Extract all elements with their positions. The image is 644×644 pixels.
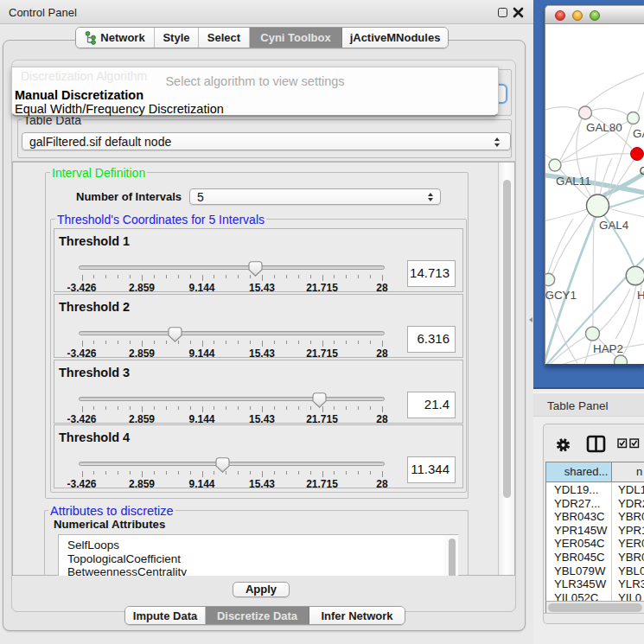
svg-text:GCY1: GCY1 <box>545 289 577 302</box>
svg-text:GAL11: GAL11 <box>556 175 591 188</box>
svg-text:GA: GA <box>633 127 644 140</box>
svg-text:C: C <box>640 164 644 177</box>
svg-text:GAL4: GAL4 <box>599 219 629 232</box>
svg-text:HAP2: HAP2 <box>593 342 623 355</box>
svg-text:H: H <box>637 289 644 302</box>
svg-text:GAL80: GAL80 <box>586 121 622 134</box>
